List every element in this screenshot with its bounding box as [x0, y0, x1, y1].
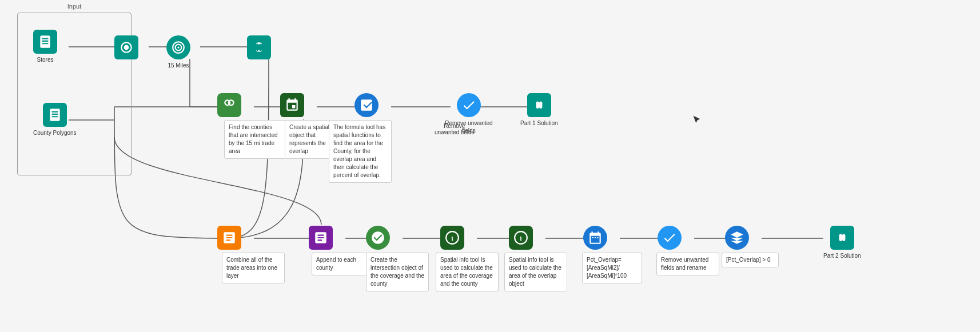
buffer-node[interactable] [114, 35, 138, 59]
formula2-tooltip: Pct_Overlap= [AreaSqMi2]/ [AreaSqMi]*100 [582, 253, 642, 283]
spatial-info1-node[interactable] [440, 226, 464, 250]
stores-label: Stores [37, 56, 54, 63]
remove-unwanted-fields-label: Removeunwanted fields [435, 123, 475, 135]
15miles-label: 15 Miles [168, 62, 189, 69]
formula1-tooltip: The formula tool has spatial functions t… [329, 120, 392, 183]
part1-solution-node[interactable]: Part 1 Solution [520, 93, 558, 127]
svg-point-21 [124, 45, 129, 50]
remove-fields1-icon[interactable] [457, 93, 481, 117]
spatial-join-icon[interactable] [280, 93, 304, 117]
remove-fields2-node[interactable] [658, 226, 682, 250]
county-polygons-node[interactable]: County Polygons [33, 103, 77, 137]
binoculars1-icon[interactable] [247, 35, 271, 59]
svg-point-24 [177, 46, 179, 48]
cursor [692, 114, 703, 126]
target-icon[interactable] [166, 35, 190, 59]
formula1-icon[interactable] [354, 93, 379, 117]
summary-stats-node[interactable] [217, 226, 241, 250]
spatial-intersect-tooltip: Create the intersection object of the co… [366, 253, 429, 291]
spatial-info1-tooltip: Spatial info tool is used to calculate t… [436, 253, 499, 291]
filter-icon[interactable] [725, 226, 749, 250]
spatial-intersect-node[interactable] [366, 226, 390, 250]
spatial-info2-node[interactable] [509, 226, 533, 250]
summary-stats-icon[interactable] [217, 226, 241, 250]
formula2-node[interactable] [583, 226, 607, 250]
spatial-info1-icon[interactable] [440, 226, 464, 250]
part2-solution-icon[interactable] [830, 226, 854, 250]
remove-fields2-tooltip: Remove unwanted fields and rename [656, 253, 719, 275]
part1-solution-icon[interactable] [527, 93, 551, 117]
intersect-tooltip: Find the counties that are intersected b… [224, 120, 286, 159]
stores-icon[interactable] [33, 30, 57, 54]
input-group-label: Input [67, 3, 81, 10]
intersect-node[interactable] [217, 93, 241, 117]
part2-solution-node[interactable]: Part 2 Solution [823, 226, 861, 259]
append-county-node[interactable] [309, 226, 333, 250]
formula1-node[interactable] [354, 93, 379, 117]
spatial-intersect-icon[interactable] [366, 226, 390, 250]
buffer-icon[interactable] [114, 35, 138, 59]
remove-fields2-icon[interactable] [658, 226, 682, 250]
filter-node[interactable] [725, 226, 749, 250]
append-county-icon[interactable] [309, 226, 333, 250]
spatial-info2-tooltip: Spatial info tool is used to calculate t… [504, 253, 567, 291]
spatial-join-node[interactable] [280, 93, 304, 117]
intersect-icon[interactable] [217, 93, 241, 117]
filter-tooltip: [Pct_Overlap] > 0 [722, 253, 779, 267]
spatial-info2-icon[interactable] [509, 226, 533, 250]
county-polygons-label: County Polygons [33, 129, 77, 137]
part1-solution-label: Part 1 Solution [520, 119, 558, 127]
append-county-tooltip: Append to each county [312, 253, 369, 275]
target-node[interactable]: 15 Miles [166, 35, 190, 69]
binoculars1-node[interactable] [247, 35, 271, 59]
part2-solution-label: Part 2 Solution [823, 252, 861, 259]
formula2-icon[interactable] [583, 226, 607, 250]
county-polygons-icon[interactable] [43, 103, 67, 127]
stores-node[interactable]: Stores [33, 30, 57, 63]
summary-stats-tooltip: Combine all of the trade areas into one … [222, 253, 285, 283]
